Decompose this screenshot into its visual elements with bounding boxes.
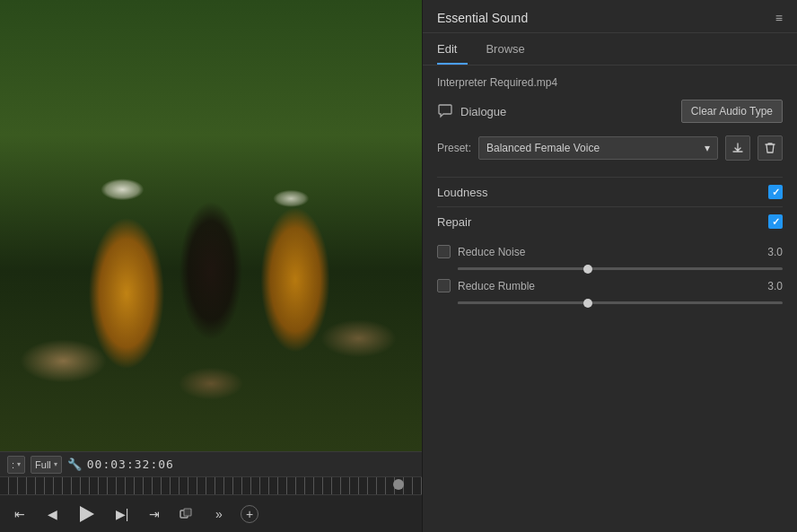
reduce-noise-slider[interactable] (458, 267, 783, 270)
download-icon (731, 142, 744, 154)
reduce-noise-label: Reduce Noise (458, 246, 525, 258)
dialogue-icon (437, 103, 453, 119)
preset-row: Preset: Balanced Female Voice ▾ (437, 135, 783, 161)
go-to-start-button[interactable]: ⇤ (9, 503, 31, 525)
reduce-rumble-value: 3.0 (767, 280, 783, 292)
trash-icon (765, 142, 775, 154)
reduce-rumble-row: Reduce Rumble 3.0 (437, 279, 783, 292)
go-to-end-button[interactable]: ⇥ (144, 503, 165, 525)
audio-type-label: Dialogue (437, 103, 506, 119)
dropdown-arrow: ▾ (17, 460, 21, 468)
reduce-rumble-fill (458, 301, 588, 304)
loudness-section-header[interactable]: Loudness (437, 177, 783, 206)
reduce-rumble-label: Reduce Rumble (458, 280, 535, 292)
delete-preset-button[interactable] (758, 135, 783, 161)
audio-type-row: Dialogue Clear Audio Type (437, 100, 783, 123)
settings-icon[interactable]: 🔧 (67, 458, 82, 471)
panel-header: Essential Sound ≡ (423, 0, 797, 33)
step-back-button[interactable]: ◀ (41, 503, 63, 525)
loop-icon (180, 507, 194, 521)
playback-controls: ⇤ ◀ ▶| ⇥ » + (0, 494, 422, 532)
loudness-checkbox[interactable] (768, 185, 783, 199)
preset-dropdown-arrow: ▾ (705, 142, 710, 154)
preset-value: Balanced Female Voice (486, 142, 600, 154)
reduce-rumble-slider-row (437, 300, 783, 313)
repair-checkbox[interactable] (768, 214, 783, 229)
foam-overlay (0, 0, 422, 451)
fast-forward-button[interactable]: » (208, 503, 230, 525)
preset-dropdown[interactable]: Balanced Female Voice ▾ (478, 136, 718, 160)
video-image (0, 0, 422, 451)
resolution-dropdown[interactable]: Full ▾ (31, 456, 62, 474)
reduce-noise-row: Reduce Noise 3.0 (437, 245, 783, 258)
panel-title: Essential Sound (437, 11, 528, 25)
loop-button[interactable] (176, 503, 197, 525)
reduce-noise-thumb[interactable] (583, 265, 592, 274)
repair-sub-section: Reduce Noise 3.0 Reduce Rumble 3.0 (437, 236, 783, 317)
reduce-noise-slider-row (437, 266, 783, 279)
file-name: Interpreter Required.mp4 (437, 76, 783, 89)
reduce-noise-fill (458, 267, 588, 270)
play-button[interactable] (74, 501, 101, 528)
playhead-marker[interactable] (393, 479, 404, 490)
ruler-ticks (0, 477, 422, 494)
panel-tabs: Edit Browse (423, 33, 797, 65)
save-preset-button[interactable] (725, 135, 750, 161)
preset-label: Preset: (437, 142, 471, 154)
quality-dropdown[interactable]: : ▾ (7, 456, 25, 474)
video-frame (0, 0, 422, 451)
reduce-noise-left: Reduce Noise (437, 245, 525, 258)
panel-content: Interpreter Required.mp4 Dialogue Clear … (423, 65, 797, 532)
reduce-rumble-checkbox[interactable] (437, 279, 451, 292)
panel-menu-icon[interactable]: ≡ (775, 11, 783, 25)
clear-audio-type-button[interactable]: Clear Audio Type (681, 100, 783, 123)
reduce-noise-checkbox[interactable] (437, 245, 451, 258)
repair-title: Repair (437, 215, 471, 229)
transport-bar: : ▾ Full ▾ 🔧 00:03:32:06 (0, 451, 422, 476)
add-button[interactable]: + (241, 505, 258, 523)
tab-edit[interactable]: Edit (437, 33, 468, 65)
step-forward-button[interactable]: ▶| (111, 503, 133, 525)
video-panel: : ▾ Full ▾ 🔧 00:03:32:06 ⇤ ◀ ▶| ⇥ » + (0, 0, 422, 532)
speech-bubble-icon (437, 103, 453, 119)
tab-browse[interactable]: Browse (486, 33, 535, 65)
loudness-title: Loudness (437, 186, 487, 199)
reduce-rumble-left: Reduce Rumble (437, 279, 535, 292)
essential-sound-panel: Essential Sound ≡ Edit Browse Interprete… (422, 0, 797, 532)
play-triangle-icon (80, 506, 94, 522)
reduce-rumble-slider[interactable] (458, 301, 783, 304)
reduce-rumble-thumb[interactable] (583, 299, 592, 308)
reduce-noise-value: 3.0 (767, 246, 783, 258)
dialogue-label: Dialogue (460, 105, 506, 118)
timecode-display: 00:03:32:06 (87, 458, 174, 471)
svg-rect-1 (184, 509, 191, 516)
video-preview (0, 0, 422, 451)
timeline-ruler[interactable] (0, 476, 422, 494)
repair-section-header[interactable]: Repair (437, 206, 783, 236)
dropdown-arrow2: ▾ (54, 460, 57, 468)
